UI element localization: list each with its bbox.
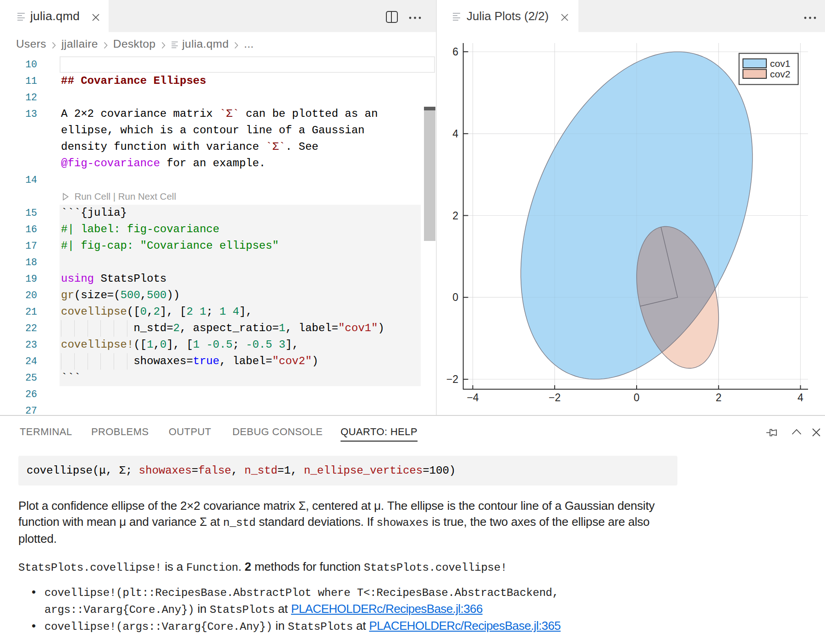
svg-text:4: 4 bbox=[452, 128, 458, 140]
svg-text:−2: −2 bbox=[446, 373, 458, 385]
svg-text:−4: −4 bbox=[467, 392, 478, 404]
svg-text:6: 6 bbox=[452, 46, 458, 58]
svg-text:0: 0 bbox=[634, 392, 640, 404]
svg-text:cov2: cov2 bbox=[770, 69, 790, 79]
svg-text:2: 2 bbox=[452, 210, 458, 222]
svg-text:4: 4 bbox=[798, 392, 803, 404]
svg-text:0: 0 bbox=[452, 291, 458, 303]
svg-text:cov1: cov1 bbox=[770, 58, 790, 69]
svg-text:2: 2 bbox=[715, 392, 721, 404]
svg-text:−2: −2 bbox=[549, 392, 561, 404]
